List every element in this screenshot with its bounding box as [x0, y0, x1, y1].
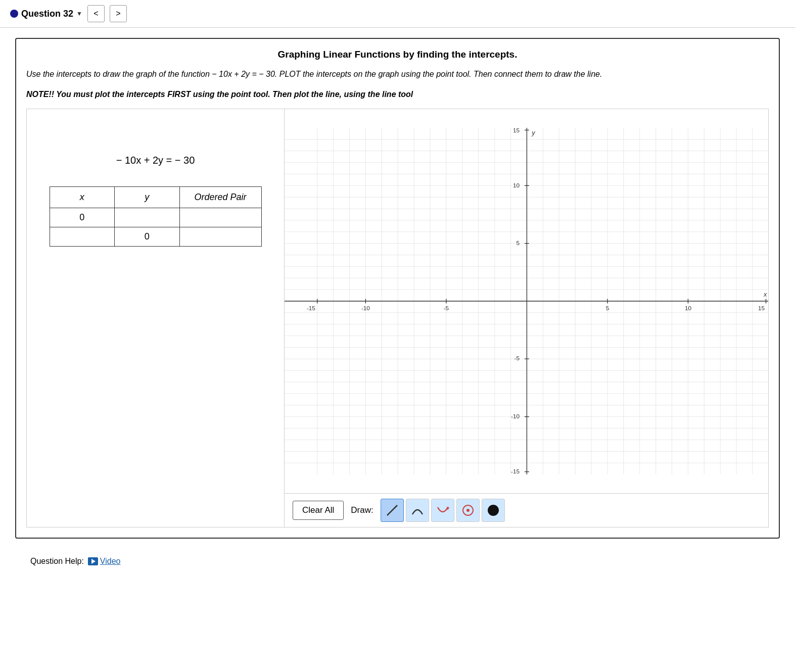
video-icon	[88, 557, 98, 565]
question-selector: Question 32 ▼	[10, 9, 82, 19]
main-content: Graphing Linear Functions by finding the…	[0, 28, 795, 584]
svg-text:-10: -10	[361, 305, 370, 311]
filled-dot-tool[interactable]	[482, 499, 505, 522]
question-label: Question 32	[21, 9, 73, 19]
svg-text:y: y	[531, 129, 535, 136]
question-help-label: Question Help:	[30, 557, 84, 566]
problem-title: Graphing Linear Functions by finding the…	[26, 49, 769, 60]
video-link-label: Video	[100, 557, 121, 566]
left-panel: − 10x + 2y = − 30 x y Ordered Pair	[27, 109, 285, 527]
question-status-dot	[10, 10, 18, 18]
filled-dot-icon	[486, 503, 500, 517]
curve-down-icon	[436, 503, 450, 517]
graph-svg[interactable]: .grid-line { stroke: #ccc; stroke-width:…	[285, 109, 768, 493]
video-link[interactable]: Video	[88, 557, 121, 566]
col-header-x: x	[50, 187, 115, 208]
svg-point-88	[466, 509, 470, 512]
clear-all-button[interactable]: Clear All	[293, 501, 344, 520]
intercept-table: x y Ordered Pair 0	[50, 186, 262, 247]
row2-x-input[interactable]	[57, 231, 108, 242]
svg-text:-5: -5	[515, 355, 520, 361]
line-segment-tool[interactable]	[381, 499, 404, 522]
row2-y: 0	[115, 227, 180, 247]
row1-x: 0	[50, 208, 115, 227]
row2-ordered-pair[interactable]	[179, 227, 261, 247]
prev-question-button[interactable]: <	[87, 5, 105, 22]
row1-y[interactable]	[115, 208, 180, 227]
svg-text:-10: -10	[511, 413, 520, 419]
svg-text:-5: -5	[444, 305, 449, 311]
table-row: 0	[50, 227, 261, 247]
next-question-button[interactable]: >	[110, 5, 127, 22]
toolbar: Clear All Draw:	[285, 493, 768, 527]
row1-ordered-pair[interactable]	[179, 208, 261, 227]
problem-note: NOTE!! You must plot the intercepts FIRS…	[26, 88, 769, 101]
col-header-y: y	[115, 187, 180, 208]
col-header-ordered-pair: Ordered Pair	[179, 187, 261, 208]
svg-text:10: 10	[513, 182, 520, 188]
line-segment-icon	[385, 503, 399, 517]
svg-line-85	[387, 505, 397, 515]
problem-box: Graphing Linear Functions by finding the…	[15, 38, 780, 539]
svg-text:-15: -15	[307, 305, 315, 311]
row2-x[interactable]	[50, 227, 115, 247]
circle-dot-tool[interactable]	[456, 499, 480, 522]
curve-up-icon	[410, 503, 425, 517]
question-help: Question Help: Video	[15, 549, 780, 574]
equation-display: − 10x + 2y = − 30	[116, 155, 195, 166]
svg-point-89	[488, 505, 499, 516]
draw-tools	[381, 499, 505, 522]
svg-text:15: 15	[758, 305, 765, 311]
curve-down-tool[interactable]	[431, 499, 454, 522]
header: Question 32 ▼ < >	[0, 0, 795, 28]
svg-text:5: 5	[516, 239, 520, 246]
svg-text:5: 5	[606, 305, 610, 311]
svg-text:10: 10	[685, 305, 692, 311]
content-layout: − 10x + 2y = − 30 x y Ordered Pair	[26, 109, 769, 527]
draw-label: Draw:	[351, 505, 373, 515]
row1-ordered-pair-input[interactable]	[187, 212, 254, 223]
row1-y-input[interactable]	[122, 212, 172, 223]
svg-text:x: x	[763, 291, 767, 298]
question-dropdown-arrow[interactable]: ▼	[76, 10, 82, 17]
problem-instructions: Use the intercepts to draw the graph of …	[26, 68, 769, 80]
svg-text:15: 15	[513, 127, 520, 133]
right-panel: .grid-line { stroke: #ccc; stroke-width:…	[285, 109, 768, 527]
graph-area[interactable]: .grid-line { stroke: #ccc; stroke-width:…	[285, 109, 768, 493]
circle-dot-icon	[461, 503, 475, 517]
curve-up-tool[interactable]	[406, 499, 429, 522]
table-row: 0	[50, 208, 261, 227]
row2-ordered-pair-input[interactable]	[187, 231, 254, 242]
svg-text:-15: -15	[511, 468, 520, 474]
